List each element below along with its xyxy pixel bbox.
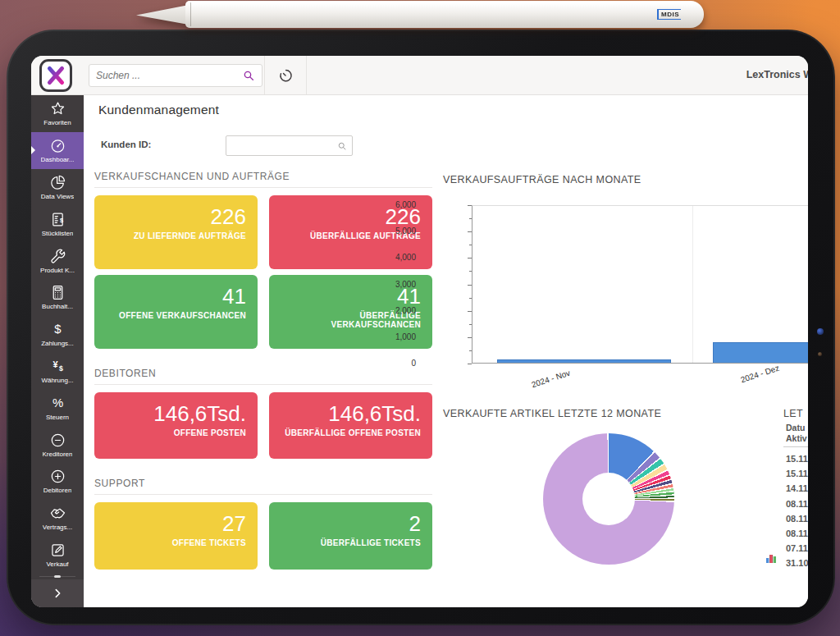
kpi-card-berf-llige-tickets[interactable]: 2ÜBERFÄLLIGE TICKETS	[269, 502, 432, 570]
y-axis-tick-label: 3,000	[375, 280, 416, 289]
sidebar-item-label: Verkauf	[46, 561, 68, 568]
svg-text:$: $	[54, 323, 62, 336]
y-axis-tick-label: 2,000	[375, 306, 416, 315]
yen-dollar-icon: ¥$	[49, 358, 66, 375]
kpi-section-support: SUPPORT27OFFENE TICKETS2ÜBERFÄLLIGE TICK…	[94, 478, 432, 570]
customer-id-input[interactable]	[231, 141, 337, 151]
activity-row[interactable]: 31.10	[786, 556, 808, 570]
app-logo-x-icon[interactable]	[39, 59, 72, 92]
sidebar-divider	[39, 576, 75, 577]
search-input[interactable]	[96, 70, 242, 81]
sidebar-item-label: Vertrags...	[43, 524, 72, 531]
sidebar-item-label: Stücklisten	[42, 230, 74, 237]
stylus-tip	[136, 5, 189, 25]
sidebar-item-label: Favoriten	[43, 119, 71, 126]
sidebar-item-label: Data Views	[41, 193, 74, 200]
sidebar-item-favoriten[interactable]: Favoriten	[31, 95, 84, 132]
bar-chart-plot	[472, 205, 808, 364]
sidebar-item-st-cklisten[interactable]: $Stücklisten	[31, 205, 84, 242]
stylus-body	[185, 1, 704, 28]
kpi-value: 2	[409, 511, 421, 536]
sidebar-item-label: Währung...	[41, 377, 73, 384]
kpi-card-offene-tickets[interactable]: 27OFFENE TICKETS	[94, 502, 258, 570]
activity-row[interactable]: 15.11	[786, 451, 808, 466]
bar-2024-nov	[497, 359, 671, 363]
x-axis-label: 2024 - Dez	[739, 364, 780, 385]
activity-row-list: 15.1115.1114.1108.1108.1108.1107.1131.10	[786, 451, 808, 571]
activity-row[interactable]: 15.11	[786, 466, 808, 481]
sidebar-item-label: Kreditoren	[43, 451, 73, 458]
activity-column-header: Datu Aktiv	[786, 423, 807, 444]
camera-sensor-icon	[818, 352, 822, 356]
sidebar-item-debitoren[interactable]: Debitoren	[31, 463, 84, 500]
sidebar-item-label: Buchhalt...	[42, 303, 73, 310]
mini-bar-chart-icon[interactable]	[765, 551, 778, 565]
kpi-label: OFFENE TICKETS	[172, 538, 246, 547]
customer-id-field[interactable]	[226, 135, 353, 156]
star-icon	[49, 100, 66, 117]
customer-id-label: Kunden ID:	[101, 140, 151, 149]
sidebar-item-label: Dashboar...	[41, 156, 75, 163]
plus-circle-icon	[49, 468, 66, 485]
stylus-brand-label: MDIS	[657, 9, 681, 20]
activity-row[interactable]: 08.11	[786, 511, 808, 526]
top-bar: LexTronics W	[31, 56, 808, 95]
sidebar-item-kreditoren[interactable]: Kreditoren	[31, 426, 84, 463]
kpi-value: 226	[211, 204, 246, 229]
field-search-icon[interactable]	[337, 141, 347, 151]
sidebar-item-dashboar[interactable]: Dashboar...	[31, 132, 84, 169]
kpi-label: OFFENE POSTEN	[174, 428, 246, 437]
kpi-card-offene-posten[interactable]: 146,6Tsd.OFFENE POSTEN	[94, 392, 258, 459]
section-title: VERKAUFSCHANCEN UND AUFTRÄGE	[94, 171, 432, 188]
activity-row[interactable]: 07.11	[786, 541, 808, 556]
list-dollar-icon: $	[49, 211, 66, 228]
main-content: Kundenmanagement Kunden ID: VERKAUFSCHAN…	[84, 95, 808, 607]
x-axis-label: 2024 - Nov	[530, 368, 571, 390]
kpi-card-zu-liefernde-auftr-ge[interactable]: 226ZU LIEFERNDE AUFTRÄGE	[94, 195, 258, 269]
stylus-pencil: MDIS	[136, 1, 704, 28]
sidebar-item-zahlungs[interactable]: $Zahlungs...	[31, 316, 84, 353]
kpi-card-berf-llige-offene-posten[interactable]: 146,6Tsd.ÜBERFÄLLIGE OFFENE POSTEN	[269, 392, 432, 459]
sidebar-item-w-hrung[interactable]: ¥$Währung...	[31, 353, 84, 390]
section-title: DEBITOREN	[94, 368, 432, 385]
sidebar-item-produkt-k[interactable]: Produkt K...	[31, 242, 84, 279]
sidebar-item-data-views[interactable]: Data Views	[31, 169, 84, 206]
activity-row[interactable]: 08.11	[786, 496, 808, 511]
user-account-label[interactable]: LexTronics W	[746, 69, 808, 80]
kpi-label: ÜBERFÄLLIGE OFFENE POSTEN	[285, 428, 421, 437]
sidebar-item-steuern[interactable]: %Steuern	[31, 389, 84, 426]
kpi-card-offene-verkaufschancen[interactable]: 41OFFENE VERKAUFSCHANCEN	[94, 275, 258, 349]
history-button[interactable]	[264, 56, 307, 94]
wrench-icon	[49, 248, 66, 265]
y-axis-tick-label: 5,000	[375, 226, 416, 236]
svg-text:$: $	[59, 364, 63, 373]
y-axis-tick-label: 0	[375, 359, 416, 368]
camera-lens-icon	[817, 328, 824, 335]
app-screen: LexTronics W FavoritenDashboar...Data Vi…	[31, 56, 808, 607]
sidebar-item-vertrags[interactable]: Vertrags...	[31, 500, 84, 537]
y-axis-tick-label: 4,000	[375, 253, 416, 262]
donut-chart	[543, 433, 674, 565]
global-search-field[interactable]	[89, 64, 262, 87]
pie-icon	[49, 174, 66, 191]
kpi-value: 27	[222, 511, 246, 536]
kpi-section-debitoren: DEBITOREN146,6Tsd.OFFENE POSTEN146,6Tsd.…	[94, 368, 432, 459]
handshake-icon	[49, 505, 66, 522]
activity-panel-title: LET	[783, 408, 803, 419]
sidebar-item-verkauf[interactable]: Verkauf	[31, 537, 84, 574]
search-icon[interactable]	[242, 69, 255, 82]
bar-chart-title: VERKAUFSAUFTRÄGE NACH MONATE	[443, 174, 641, 185]
activity-row[interactable]: 14.11	[786, 481, 808, 496]
history-icon	[277, 67, 294, 84]
donut-chart-title: VERKAUFTE ARTIKEL LETZTE 12 MONATE	[443, 408, 661, 419]
sidebar-expand-button[interactable]	[31, 579, 84, 607]
kpi-label: ÜBERFÄLLIGE TICKETS	[321, 538, 421, 547]
kpi-value: 41	[222, 284, 246, 309]
y-axis-tick-label: 6,000	[375, 200, 416, 209]
pencil-square-icon	[49, 542, 66, 559]
activity-row[interactable]: 08.11	[786, 526, 808, 541]
svg-text:¥: ¥	[52, 359, 58, 369]
page-title: Kundenmanagement	[98, 103, 219, 117]
sidebar-item-buchhalt[interactable]: Buchhalt...	[31, 279, 84, 316]
svg-text:$: $	[60, 217, 64, 224]
